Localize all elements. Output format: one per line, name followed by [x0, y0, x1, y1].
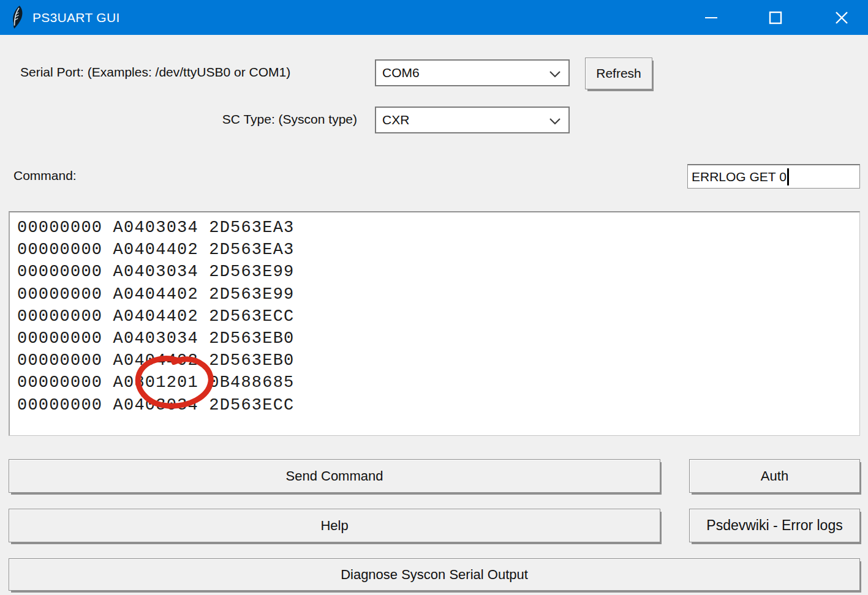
maximize-button[interactable] — [754, 0, 797, 35]
auth-button[interactable]: Auth — [689, 459, 860, 493]
close-icon — [834, 10, 849, 25]
maximize-icon — [768, 10, 783, 25]
command-input[interactable]: ERRLOG GET 0 — [687, 164, 860, 189]
serial-port-label: Serial Port: (Examples: /dev/ttyUSB0 or … — [20, 65, 357, 80]
send-command-button-label: Send Command — [286, 468, 383, 484]
command-input-value: ERRLOG GET 0 — [692, 170, 787, 184]
send-command-button[interactable]: Send Command — [9, 459, 660, 493]
output-line: 00000000 A0404402 2D563EB0 — [17, 350, 859, 372]
refresh-button-label: Refresh — [596, 66, 641, 81]
help-button[interactable]: Help — [9, 509, 660, 542]
command-label: Command: — [13, 168, 77, 183]
sc-type-label: SC Type: (Syscon type) — [184, 112, 357, 127]
serial-output-textarea[interactable]: 00000000 A0403034 2D563EA300000000 A0404… — [9, 211, 860, 436]
python-tk-feather-icon — [8, 5, 26, 29]
help-button-label: Help — [320, 518, 348, 534]
minimize-icon — [704, 10, 719, 25]
output-line: 00000000 A0404402 2D563ECC — [17, 305, 859, 327]
output-line: 00000000 A0404402 2D563EA3 — [17, 239, 859, 261]
auth-button-label: Auth — [761, 468, 788, 484]
output-line: 00000000 A0403034 2D563E99 — [17, 261, 859, 283]
serial-port-selected-value: COM6 — [382, 65, 420, 80]
sc-type-selected-value: CXR — [382, 113, 409, 127]
output-line: 00000000 A0403034 2D563ECC — [17, 394, 859, 416]
serial-port-combobox[interactable]: COM6 — [375, 59, 570, 86]
diagnose-button-label: Diagnose Syscon Serial Output — [341, 567, 528, 583]
output-line: 00000000 A0403034 2D563EA3 — [17, 217, 859, 239]
refresh-button[interactable]: Refresh — [585, 58, 652, 89]
text-cursor — [787, 168, 789, 185]
psdevwiki-error-logs-button[interactable]: Psdevwiki - Error logs — [689, 509, 860, 542]
psdevwiki-error-logs-button-label: Psdevwiki - Error logs — [706, 517, 842, 534]
chevron-down-icon — [549, 70, 561, 78]
output-line: 00000000 A0404402 2D563E99 — [17, 283, 859, 305]
minimize-button[interactable] — [690, 0, 733, 35]
app-window: PS3UART GUI Serial Port: (Examples: /dev… — [0, 0, 868, 595]
close-button[interactable] — [820, 0, 863, 35]
chevron-down-icon — [549, 118, 561, 125]
sc-type-combobox[interactable]: CXR — [375, 107, 570, 133]
diagnose-syscon-serial-output-button[interactable]: Diagnose Syscon Serial Output — [9, 558, 860, 591]
window-title: PS3UART GUI — [32, 0, 120, 35]
title-bar: PS3UART GUI — [0, 0, 868, 35]
output-line: 00000000 A0403034 2D563EB0 — [17, 327, 859, 350]
output-line: 00000000 A0801201 0B488685 — [17, 372, 859, 394]
